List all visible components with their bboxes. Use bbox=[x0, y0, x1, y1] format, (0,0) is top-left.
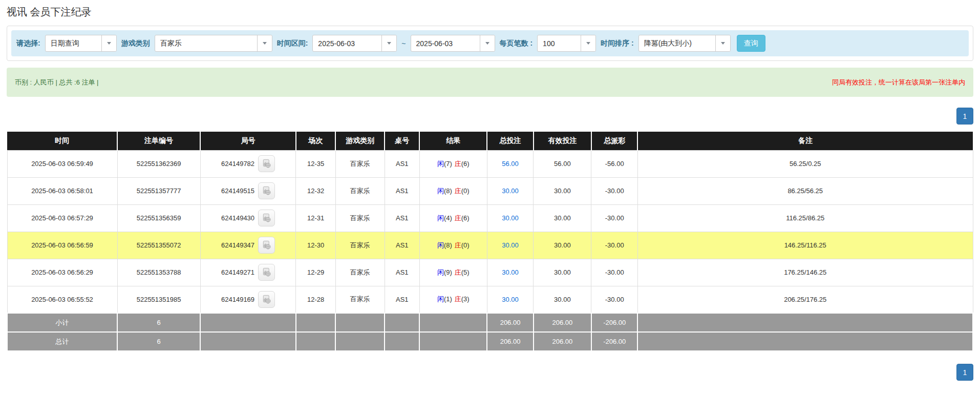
cell-game: 百家乐 bbox=[335, 204, 385, 232]
summary-row: 总计 6 206.00 206.00 -206.00 bbox=[7, 332, 973, 351]
cell-round: 624149271 bbox=[200, 259, 296, 286]
banker-result-label: 庄 bbox=[455, 295, 461, 303]
cell-result: 闲(7)庄(6) bbox=[419, 150, 487, 177]
cell-valid-bet: 56.00 bbox=[534, 150, 591, 177]
round-number: 624149515 bbox=[221, 187, 254, 195]
query-button[interactable]: 查询 bbox=[737, 35, 765, 52]
round-number: 624149169 bbox=[221, 296, 254, 303]
cell-round: 624149347 bbox=[200, 232, 296, 259]
cell-note: 86.25/56.25 bbox=[637, 177, 973, 204]
player-result-score: (7) bbox=[444, 160, 452, 168]
page-number-button[interactable]: 1 bbox=[956, 364, 973, 381]
header-note: 备注 bbox=[637, 132, 973, 150]
total-bet-link[interactable]: 30.00 bbox=[502, 268, 519, 276]
total-bet-link[interactable]: 30.00 bbox=[502, 296, 519, 303]
cell-round: 624149430 bbox=[200, 204, 296, 232]
header-valid-bet: 有效投注 bbox=[534, 132, 591, 150]
player-result-score: (9) bbox=[444, 268, 452, 276]
chevron-down-icon[interactable] bbox=[715, 35, 730, 51]
page-title: 视讯 会员下注纪录 bbox=[7, 5, 973, 19]
cell-round: 624149169 bbox=[200, 286, 296, 313]
summary-bar: 币别 : 人民币 | 总共 :6 注单 | 同局有效投注，统一计算在该局第一张注… bbox=[7, 68, 973, 97]
film-replay-icon bbox=[262, 295, 271, 304]
sum-total-bet: 206.00 bbox=[487, 332, 534, 351]
player-result-score: (8) bbox=[444, 187, 452, 195]
chevron-down-icon[interactable] bbox=[581, 35, 595, 51]
page-root: 视讯 会员下注纪录 请选择: 日期查询 游戏类别 百家乐 时间区间: 2025-… bbox=[0, 0, 980, 381]
banker-result-score: (5) bbox=[461, 268, 470, 276]
pagination-top: 1 bbox=[7, 108, 973, 125]
cell-payout: -30.00 bbox=[591, 286, 638, 313]
cell-total-bet: 30.00 bbox=[487, 204, 534, 232]
date-from-select[interactable]: 2025-06-03 bbox=[312, 35, 397, 52]
time-range-label: 时间区间: bbox=[277, 39, 308, 48]
query-type-select[interactable]: 日期查询 bbox=[45, 35, 117, 52]
cell-bet-id: 522551353788 bbox=[117, 259, 200, 286]
time-sort-select[interactable]: 降冪(由大到小) bbox=[638, 35, 731, 52]
cell-result: 闲(8)庄(0) bbox=[419, 232, 487, 259]
cell-result: 闲(8)庄(0) bbox=[419, 177, 487, 204]
cell-time: 2025-06-03 06:55:52 bbox=[7, 286, 117, 313]
game-category-label: 游戏类别 bbox=[121, 39, 150, 48]
film-replay-icon bbox=[262, 186, 271, 196]
total-bet-link[interactable]: 30.00 bbox=[502, 214, 519, 222]
cell-total-bet: 56.00 bbox=[487, 150, 534, 177]
cell-table-no: AS1 bbox=[385, 286, 419, 313]
cell-bet-id: 522551355072 bbox=[117, 232, 200, 259]
cell-session: 12-30 bbox=[296, 232, 335, 259]
sum-label: 小计 bbox=[7, 313, 117, 332]
game-category-select[interactable]: 百家乐 bbox=[155, 35, 272, 52]
video-replay-button[interactable] bbox=[258, 182, 275, 199]
cell-valid-bet: 30.00 bbox=[534, 177, 591, 204]
chevron-down-icon[interactable] bbox=[101, 35, 116, 51]
filter-panel: 请选择: 日期查询 游戏类别 百家乐 时间区间: 2025-06-03 ~ 20… bbox=[7, 26, 973, 61]
cell-valid-bet: 30.00 bbox=[534, 232, 591, 259]
sum-total-bet: 206.00 bbox=[487, 313, 534, 332]
cell-payout: -30.00 bbox=[591, 232, 638, 259]
round-number: 624149271 bbox=[221, 268, 254, 276]
bet-records-table: 时间 注单编号 局号 场次 游戏类别 桌号 结果 总投注 有效投注 总派彩 备注… bbox=[7, 132, 973, 351]
cell-result: 闲(9)庄(5) bbox=[419, 259, 487, 286]
cell-note: 116.25/86.25 bbox=[637, 204, 973, 232]
cell-table-no: AS1 bbox=[385, 150, 419, 177]
film-replay-icon bbox=[262, 159, 271, 169]
round-number: 624149782 bbox=[221, 160, 254, 168]
date-from-value: 2025-06-03 bbox=[313, 39, 360, 48]
cell-payout: -56.00 bbox=[591, 150, 638, 177]
player-result-label: 闲 bbox=[437, 295, 444, 303]
video-replay-button[interactable] bbox=[258, 291, 275, 308]
page-number-button[interactable]: 1 bbox=[956, 108, 973, 125]
player-result-score: (8) bbox=[444, 241, 452, 249]
cell-game: 百家乐 bbox=[335, 232, 385, 259]
pagination-bottom: 1 bbox=[7, 364, 973, 381]
chevron-down-icon[interactable] bbox=[257, 35, 272, 51]
video-replay-button[interactable] bbox=[258, 155, 275, 172]
per-page-select[interactable]: 100 bbox=[537, 35, 596, 52]
cell-game: 百家乐 bbox=[335, 286, 385, 313]
header-total-bet: 总投注 bbox=[487, 132, 534, 150]
query-type-label: 请选择: bbox=[16, 39, 40, 48]
chevron-down-icon[interactable] bbox=[480, 35, 495, 51]
table-row: 2025-06-03 06:56:29 522551353788 6241492… bbox=[7, 259, 973, 286]
cell-total-bet: 30.00 bbox=[487, 232, 534, 259]
video-replay-button[interactable] bbox=[258, 264, 275, 281]
time-sort-label: 时间排序 : bbox=[601, 39, 634, 48]
cell-time: 2025-06-03 06:57:29 bbox=[7, 204, 117, 232]
chevron-down-icon[interactable] bbox=[381, 35, 396, 51]
summary-currency-total: 币别 : 人民币 | 总共 :6 注单 | bbox=[15, 78, 99, 87]
summary-red-note: 同局有效投注，统一计算在该局第一张注单内 bbox=[832, 78, 965, 87]
video-replay-button[interactable] bbox=[258, 210, 275, 226]
date-to-select[interactable]: 2025-06-03 bbox=[411, 35, 495, 52]
banker-result-score: (6) bbox=[461, 214, 470, 222]
banker-result-label: 庄 bbox=[455, 241, 461, 249]
header-round: 局号 bbox=[200, 132, 296, 150]
total-bet-link[interactable]: 56.00 bbox=[502, 160, 519, 168]
table-row: 2025-06-03 06:58:01 522551357777 6241495… bbox=[7, 177, 973, 204]
video-replay-button[interactable] bbox=[258, 237, 275, 254]
cell-table-no: AS1 bbox=[385, 177, 419, 204]
cell-session: 12-32 bbox=[296, 177, 335, 204]
total-bet-link[interactable]: 30.00 bbox=[502, 187, 519, 195]
banker-result-label: 庄 bbox=[455, 187, 461, 195]
per-page-value: 100 bbox=[538, 39, 560, 48]
total-bet-link[interactable]: 30.00 bbox=[502, 241, 519, 249]
